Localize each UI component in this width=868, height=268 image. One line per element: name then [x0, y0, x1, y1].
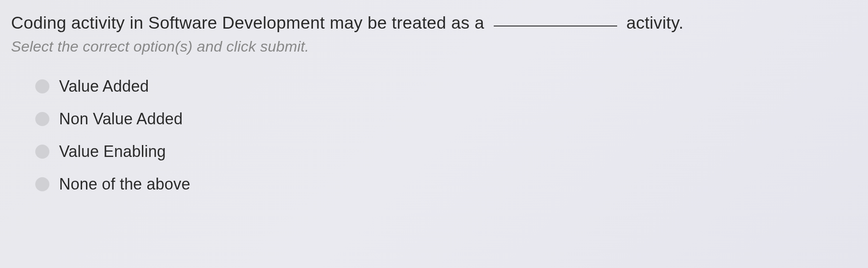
option-label: Non Value Added [59, 110, 183, 128]
fill-in-blank [494, 26, 617, 26]
option-none-of-above[interactable]: None of the above [35, 175, 857, 194]
question-before-blank: Coding activity in Software Development … [11, 13, 484, 32]
option-value-enabling[interactable]: Value Enabling [35, 142, 857, 161]
radio-icon [35, 112, 49, 126]
option-label: Value Added [59, 77, 149, 96]
option-label: Value Enabling [59, 142, 166, 161]
option-label: None of the above [59, 175, 190, 194]
instruction-text: Select the correct option(s) and click s… [11, 38, 857, 55]
option-value-added[interactable]: Value Added [35, 77, 857, 96]
radio-icon [35, 177, 49, 191]
option-non-value-added[interactable]: Non Value Added [35, 110, 857, 128]
question-text: Coding activity in Software Development … [11, 13, 857, 33]
question-after-blank: activity. [626, 13, 684, 32]
options-container: Value Added Non Value Added Value Enabli… [11, 77, 857, 194]
radio-icon [35, 145, 49, 159]
radio-icon [35, 79, 49, 93]
